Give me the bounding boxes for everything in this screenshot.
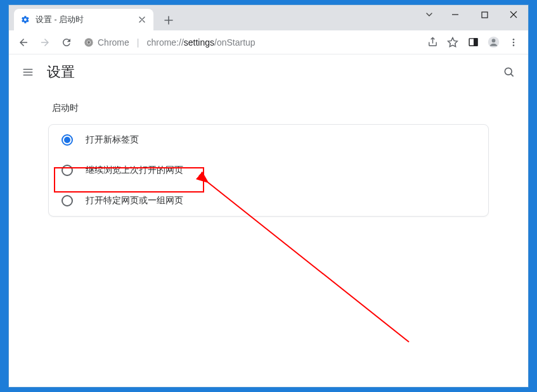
- page-content: 设置 启动时 打开新标签页 继续浏览上次打开的网页 打开特定网页或一组网页: [9, 54, 528, 387]
- toolbar-right: [423, 33, 523, 52]
- share-icon[interactable]: [423, 33, 442, 52]
- tab-search-icon[interactable]: [418, 5, 441, 24]
- svg-marker-4: [448, 37, 458, 46]
- svg-point-10: [513, 39, 515, 41]
- forward-button[interactable]: [36, 33, 55, 52]
- radio-option-specific-pages[interactable]: 打开特定网页或一组网页: [49, 186, 488, 216]
- radio-icon: [61, 165, 73, 176]
- svg-point-9: [491, 39, 495, 42]
- svg-point-3: [87, 41, 90, 43]
- radio-label: 打开特定网页或一组网页: [86, 195, 183, 206]
- chrome-logo-icon: [84, 37, 94, 47]
- url-prefix: Chrome: [98, 37, 129, 47]
- back-button[interactable]: [14, 33, 33, 52]
- close-window-button[interactable]: [499, 5, 528, 24]
- new-tab-button[interactable]: [160, 11, 178, 29]
- svg-line-14: [511, 74, 514, 77]
- close-tab-icon[interactable]: [137, 15, 147, 25]
- bookmark-star-icon[interactable]: [443, 33, 462, 52]
- browser-toolbar: Chrome | chrome://settings/onStartup: [9, 30, 528, 54]
- kebab-menu-icon[interactable]: [504, 33, 523, 52]
- svg-point-11: [513, 41, 515, 43]
- minimize-button[interactable]: [441, 5, 470, 24]
- tab-title: 设置 - 启动时: [36, 15, 132, 25]
- settings-header: 设置: [9, 54, 528, 90]
- url-text: chrome://settings/onStartup: [146, 37, 255, 47]
- reload-button[interactable]: [57, 33, 76, 52]
- svg-rect-0: [482, 12, 488, 18]
- on-startup-section: 启动时 打开新标签页 继续浏览上次打开的网页 打开特定网页或一组网页: [9, 90, 528, 217]
- svg-rect-7: [474, 39, 477, 46]
- svg-point-12: [513, 44, 515, 46]
- svg-point-13: [505, 68, 512, 75]
- url-sep: |: [137, 37, 139, 47]
- search-icon[interactable]: [501, 65, 517, 80]
- radio-label: 打开新标签页: [86, 134, 139, 146]
- options-card: 打开新标签页 继续浏览上次打开的网页 打开特定网页或一组网页: [48, 124, 489, 217]
- titlebar: 设置 - 启动时: [9, 5, 528, 30]
- browser-window: 设置 - 启动时: [8, 4, 529, 388]
- radio-label: 继续浏览上次打开的网页: [86, 165, 183, 176]
- window-controls: [418, 5, 528, 24]
- radio-option-new-tab[interactable]: 打开新标签页: [49, 125, 488, 155]
- radio-icon: [61, 195, 73, 206]
- section-label: 启动时: [48, 103, 489, 114]
- browser-tab[interactable]: 设置 - 启动时: [14, 9, 153, 30]
- gear-icon: [20, 15, 30, 25]
- hamburger-menu-icon[interactable]: [20, 65, 36, 80]
- maximize-button[interactable]: [470, 5, 499, 24]
- side-panel-icon[interactable]: [463, 33, 482, 52]
- radio-icon: [61, 134, 73, 146]
- profile-avatar-icon[interactable]: [484, 33, 503, 52]
- radio-option-continue[interactable]: 继续浏览上次打开的网页: [49, 155, 488, 186]
- address-bar[interactable]: Chrome | chrome://settings/onStartup: [79, 33, 420, 52]
- page-title: 设置: [47, 63, 75, 82]
